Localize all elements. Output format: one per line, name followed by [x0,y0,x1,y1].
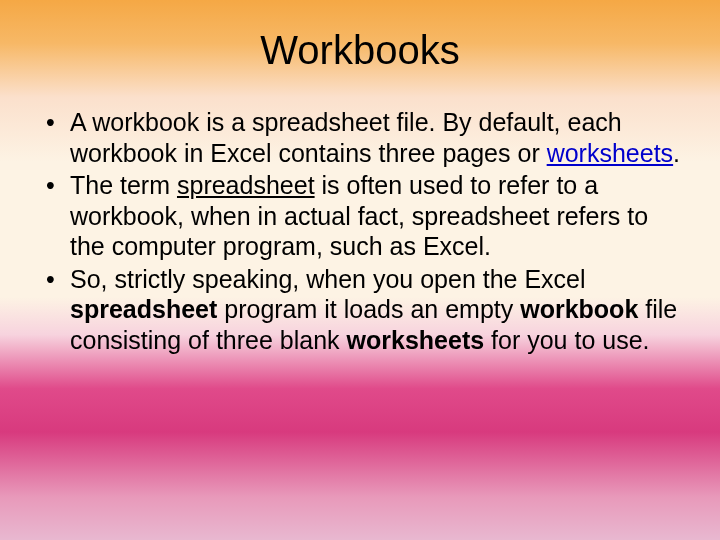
bold-text: worksheets [347,326,485,354]
slide-content: A workbook is a spreadsheet file. By def… [36,107,684,355]
slide-title: Workbooks [36,28,684,73]
bullet-list: A workbook is a spreadsheet file. By def… [36,107,684,355]
list-item: A workbook is a spreadsheet file. By def… [36,107,684,168]
bullet-text: So, strictly speaking, when you open the… [70,265,586,293]
worksheets-link[interactable]: worksheets [547,139,673,167]
list-item: The term spreadsheet is often used to re… [36,170,684,262]
bullet-text: The term [70,171,177,199]
bullet-text: for you to use. [484,326,649,354]
bold-text: workbook [520,295,638,323]
bullet-text: . [673,139,680,167]
spreadsheet-term: spreadsheet [177,171,315,199]
slide: Workbooks A workbook is a spreadsheet fi… [0,0,720,540]
bullet-text: A workbook is a spreadsheet file. By def… [70,108,622,167]
bold-text: spreadsheet [70,295,217,323]
bullet-text: program it loads an empty [217,295,520,323]
list-item: So, strictly speaking, when you open the… [36,264,684,356]
